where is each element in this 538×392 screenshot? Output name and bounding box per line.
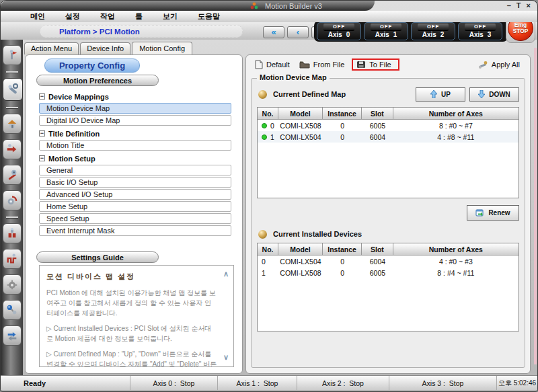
axis-1-state: OFF (371, 24, 401, 31)
scroll-up-icon[interactable]: ∧ (221, 270, 231, 279)
to-file-label: To File (369, 61, 391, 69)
to-file-button[interactable]: To File (352, 58, 399, 71)
axis-1-button[interactable]: OFF Axis1 (364, 22, 408, 40)
menu-settings[interactable]: 설정 (65, 11, 80, 22)
col-slot[interactable]: Slot (362, 243, 393, 256)
wrench-robot-icon[interactable] (3, 78, 23, 101)
guide-paragraph: ▷ Current Defined Map : "Up", "Down" 버튼으… (46, 349, 217, 367)
menu-tools[interactable]: 툴 (135, 11, 143, 22)
axis-2-label: Axis (422, 31, 436, 38)
table-row[interactable]: 0 COMI-LX504 0 6004 4 : #0 ~ #3 (258, 256, 518, 267)
arrow-up-icon (430, 90, 437, 98)
tree-item-basic-io-setup[interactable]: Basic I/O Setup (39, 177, 231, 188)
guide-title: 모션 디바이스 맵 설정 (46, 272, 217, 282)
breadcrumb: Platform > PCI Motion (40, 25, 243, 38)
tree-item-advanced-io-setup[interactable]: Advanced I/O Setup (39, 189, 231, 200)
tree-item-home-setup[interactable]: Home Setup (39, 201, 231, 212)
nav-prev-button[interactable]: ‹ (287, 26, 309, 38)
renew-label: Renew (488, 209, 510, 217)
gear-swing-icon[interactable] (3, 190, 22, 210)
title-bar: Motion Builder v3 (1, 1, 375, 11)
default-button[interactable]: Default (250, 58, 295, 71)
col-slot[interactable]: Slot (362, 108, 393, 120)
close-button[interactable]: × (527, 1, 531, 10)
menu-help[interactable]: 도움말 (198, 11, 220, 22)
property-config-header: Property Config (44, 58, 140, 73)
renew-icon (475, 209, 484, 217)
defined-map-title: Current Defined Map (273, 90, 346, 98)
from-file-button[interactable]: From File (295, 59, 349, 70)
sphere-icon (258, 230, 267, 239)
sub-header: Platform > PCI Motion « ‹ › » OFF Axis0 … (1, 22, 537, 40)
transfer-arrows-icon[interactable] (3, 325, 22, 346)
table-row[interactable]: 1 COMI-LX504 0 6004 4 : #8 ~ #11 (258, 131, 518, 143)
table-row[interactable]: 0 COMI-LX508 0 6005 8 : #0 ~ #7 (258, 120, 518, 131)
status-axis-3: Axis 3 : Stop (389, 376, 496, 390)
status-dot (262, 134, 267, 140)
theme-button[interactable]: T (516, 1, 521, 10)
up-button[interactable]: UP (416, 87, 465, 102)
axis-status-cluster: OFF Axis0 OFF Axis1 OFF Axis2 OFF Axis3 (314, 21, 508, 42)
tree-group-title-definition[interactable]: − Title Definition (39, 127, 231, 140)
down-button[interactable]: DOWN (469, 87, 519, 102)
tree-item-speed-setup[interactable]: Speed Setup (39, 213, 231, 224)
tree-item-general[interactable]: General (39, 165, 231, 175)
renew-button[interactable]: Renew (467, 205, 519, 221)
apply-tool-icon (477, 61, 488, 69)
tab-action-menu[interactable]: Action Menu (24, 42, 79, 54)
col-model[interactable]: Model (278, 243, 323, 256)
minimize-button[interactable]: – (507, 1, 511, 10)
collapse-icon[interactable]: − (39, 155, 45, 161)
home-robot-icon[interactable] (3, 114, 22, 134)
arrow-down-icon (478, 90, 485, 98)
menu-view[interactable]: 보기 (163, 11, 178, 22)
tree-item-motion-device-map[interactable]: Motion Device Map (39, 103, 231, 114)
emg-line2: STOP (513, 28, 529, 34)
col-axes[interactable]: Number of Axes (393, 243, 518, 256)
flag-robot-icon[interactable] (3, 45, 22, 65)
icon-separator (6, 217, 18, 218)
tree-item-event-interrupt-mask[interactable]: Event Interrupt Mask (39, 225, 231, 236)
menu-main[interactable]: 메인 (30, 11, 45, 22)
tree-group-label: Device Mappings (48, 93, 109, 101)
gear-icon[interactable] (3, 274, 22, 295)
menu-work[interactable]: 작업 (100, 11, 115, 22)
col-no[interactable]: No. (258, 243, 278, 256)
col-no[interactable]: No. (258, 108, 278, 120)
axis-3-button[interactable]: OFF Axis3 (458, 22, 502, 40)
from-file-label: From File (313, 61, 344, 69)
axis-1-label: Axis (375, 31, 389, 38)
motion-device-map-group: Motion Device Map Current Defined Map UP… (251, 78, 525, 368)
jog-robot-icon[interactable] (3, 139, 22, 159)
tune-robot-icon[interactable] (3, 165, 22, 185)
axis-2-button[interactable]: OFF Axis2 (411, 22, 455, 40)
apply-all-button[interactable]: Apply All (473, 59, 525, 71)
table-row[interactable]: 1 COMI-LX508 0 6005 8 : #4 ~ #11 (258, 267, 518, 278)
save-disk-icon (356, 61, 366, 69)
group-title: Motion Device Map (257, 73, 330, 81)
settings-guide-box: 모션 디바이스 맵 설정 PCI Motion 에 대해 설치된 이용가능한 채… (39, 265, 234, 367)
tree-group-motion-setup[interactable]: − Motion Setup (39, 152, 231, 165)
scroll-down-icon[interactable]: ∨ (221, 353, 231, 362)
network-ball-icon[interactable] (3, 300, 22, 320)
axis-0-button[interactable]: OFF Axis0 (317, 22, 361, 40)
folder-icon (299, 61, 310, 69)
nav-first-button[interactable]: « (263, 26, 284, 38)
pulse-robot-icon[interactable] (3, 249, 22, 269)
tree-group-device-mappings[interactable]: − Device Mappings (39, 90, 231, 103)
tab-motion-config[interactable]: Motion Config (132, 42, 192, 55)
collapse-icon[interactable]: − (39, 93, 45, 100)
col-axes[interactable]: Number of Axes (393, 108, 518, 120)
col-model[interactable]: Model (278, 108, 323, 120)
document-icon (255, 60, 263, 69)
collapse-icon[interactable]: − (39, 130, 45, 136)
col-instance[interactable]: Instance (323, 243, 362, 256)
col-instance[interactable]: Instance (323, 108, 362, 120)
axis-0-label: Axis (328, 31, 342, 38)
tab-device-info[interactable]: Device Info (80, 42, 130, 54)
tree-item-digital-io-device-map[interactable]: Digital I/O Device Map (39, 115, 231, 126)
installed-devices-title: Current Installed Devices (273, 230, 362, 238)
table-header: No. Model Instance Slot Number of Axes (258, 243, 518, 256)
tree-item-motion-title[interactable]: Motion Title (39, 140, 231, 151)
io-terminal-icon[interactable] (3, 223, 22, 243)
